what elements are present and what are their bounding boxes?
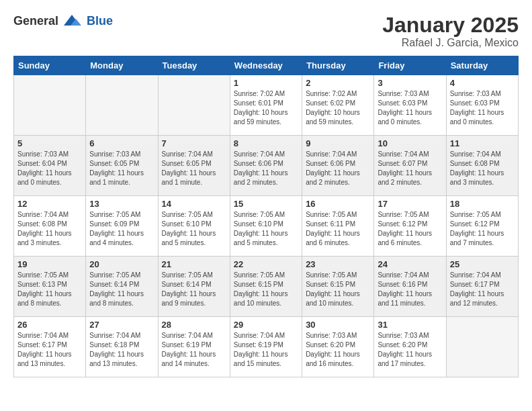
logo: General Blue bbox=[13, 13, 113, 28]
day-number: 23 bbox=[306, 259, 370, 269]
day-number: 7 bbox=[162, 138, 226, 148]
calendar-cell: 23Sunrise: 7:05 AM Sunset: 6:15 PM Dayli… bbox=[302, 257, 374, 317]
day-number: 10 bbox=[378, 138, 442, 148]
weekday-header-sunday: Sunday bbox=[14, 56, 86, 75]
week-row-2: 12Sunrise: 7:04 AM Sunset: 6:08 PM Dayli… bbox=[14, 196, 519, 257]
day-info: Sunrise: 7:04 AM Sunset: 6:17 PM Dayligh… bbox=[17, 331, 82, 369]
calendar-title: January 2025 bbox=[382, 13, 519, 37]
day-number: 29 bbox=[234, 320, 298, 330]
day-number: 1 bbox=[234, 78, 298, 88]
day-info: Sunrise: 7:03 AM Sunset: 6:20 PM Dayligh… bbox=[378, 331, 442, 369]
day-number: 11 bbox=[450, 138, 515, 148]
calendar-cell: 8Sunrise: 7:04 AM Sunset: 6:06 PM Daylig… bbox=[230, 136, 302, 196]
calendar-cell: 1Sunrise: 7:02 AM Sunset: 6:01 PM Daylig… bbox=[230, 75, 302, 136]
day-number: 27 bbox=[89, 320, 154, 330]
calendar-cell bbox=[86, 75, 158, 136]
day-info: Sunrise: 7:05 AM Sunset: 6:13 PM Dayligh… bbox=[17, 271, 82, 308]
logo-icon bbox=[62, 13, 81, 28]
day-number: 26 bbox=[17, 320, 82, 330]
day-number: 28 bbox=[162, 320, 226, 330]
day-info: Sunrise: 7:03 AM Sunset: 6:05 PM Dayligh… bbox=[89, 150, 154, 187]
day-info: Sunrise: 7:02 AM Sunset: 6:01 PM Dayligh… bbox=[234, 89, 298, 127]
day-number: 14 bbox=[162, 199, 226, 209]
calendar-cell: 4Sunrise: 7:03 AM Sunset: 6:03 PM Daylig… bbox=[446, 75, 518, 136]
day-info: Sunrise: 7:05 AM Sunset: 6:15 PM Dayligh… bbox=[306, 271, 370, 308]
day-number: 24 bbox=[378, 259, 442, 269]
day-number: 17 bbox=[378, 199, 442, 209]
day-number: 20 bbox=[89, 259, 154, 269]
day-number: 12 bbox=[17, 199, 82, 209]
calendar-cell: 6Sunrise: 7:03 AM Sunset: 6:05 PM Daylig… bbox=[86, 136, 158, 196]
weekday-header-monday: Monday bbox=[86, 56, 158, 75]
day-info: Sunrise: 7:05 AM Sunset: 6:12 PM Dayligh… bbox=[450, 210, 515, 248]
day-number: 4 bbox=[450, 78, 515, 88]
calendar-cell: 15Sunrise: 7:05 AM Sunset: 6:10 PM Dayli… bbox=[230, 196, 302, 257]
calendar-cell: 2Sunrise: 7:02 AM Sunset: 6:02 PM Daylig… bbox=[302, 75, 374, 136]
calendar-cell: 24Sunrise: 7:04 AM Sunset: 6:16 PM Dayli… bbox=[374, 257, 446, 317]
calendar-cell: 31Sunrise: 7:03 AM Sunset: 6:20 PM Dayli… bbox=[374, 317, 446, 377]
weekday-header-tuesday: Tuesday bbox=[158, 56, 230, 75]
day-number: 31 bbox=[378, 320, 442, 330]
day-info: Sunrise: 7:04 AM Sunset: 6:19 PM Dayligh… bbox=[234, 331, 298, 369]
calendar-cell: 7Sunrise: 7:04 AM Sunset: 6:05 PM Daylig… bbox=[158, 136, 230, 196]
calendar-cell: 11Sunrise: 7:04 AM Sunset: 6:08 PM Dayli… bbox=[446, 136, 518, 196]
week-row-3: 19Sunrise: 7:05 AM Sunset: 6:13 PM Dayli… bbox=[14, 257, 519, 317]
day-number: 22 bbox=[234, 259, 298, 269]
day-info: Sunrise: 7:05 AM Sunset: 6:14 PM Dayligh… bbox=[162, 271, 226, 308]
calendar-cell: 21Sunrise: 7:05 AM Sunset: 6:14 PM Dayli… bbox=[158, 257, 230, 317]
day-info: Sunrise: 7:05 AM Sunset: 6:12 PM Dayligh… bbox=[378, 210, 442, 248]
calendar-cell: 28Sunrise: 7:04 AM Sunset: 6:19 PM Dayli… bbox=[158, 317, 230, 377]
day-info: Sunrise: 7:04 AM Sunset: 6:05 PM Dayligh… bbox=[162, 150, 226, 187]
calendar-cell: 20Sunrise: 7:05 AM Sunset: 6:14 PM Dayli… bbox=[86, 257, 158, 317]
calendar-cell: 22Sunrise: 7:05 AM Sunset: 6:15 PM Dayli… bbox=[230, 257, 302, 317]
calendar-cell: 19Sunrise: 7:05 AM Sunset: 6:13 PM Dayli… bbox=[14, 257, 86, 317]
calendar-cell: 10Sunrise: 7:04 AM Sunset: 6:07 PM Dayli… bbox=[374, 136, 446, 196]
day-info: Sunrise: 7:03 AM Sunset: 6:20 PM Dayligh… bbox=[306, 331, 370, 369]
day-info: Sunrise: 7:05 AM Sunset: 6:09 PM Dayligh… bbox=[89, 210, 154, 248]
day-number: 25 bbox=[450, 259, 515, 269]
day-info: Sunrise: 7:04 AM Sunset: 6:19 PM Dayligh… bbox=[162, 331, 226, 369]
day-info: Sunrise: 7:05 AM Sunset: 6:10 PM Dayligh… bbox=[234, 210, 298, 248]
calendar-cell: 16Sunrise: 7:05 AM Sunset: 6:11 PM Dayli… bbox=[302, 196, 374, 257]
day-info: Sunrise: 7:04 AM Sunset: 6:08 PM Dayligh… bbox=[17, 210, 82, 248]
day-number: 19 bbox=[17, 259, 82, 269]
day-info: Sunrise: 7:04 AM Sunset: 6:08 PM Dayligh… bbox=[450, 150, 515, 187]
day-info: Sunrise: 7:04 AM Sunset: 6:07 PM Dayligh… bbox=[378, 150, 442, 187]
day-number: 18 bbox=[450, 199, 515, 209]
day-info: Sunrise: 7:05 AM Sunset: 6:10 PM Dayligh… bbox=[162, 210, 226, 248]
day-info: Sunrise: 7:04 AM Sunset: 6:06 PM Dayligh… bbox=[234, 150, 298, 187]
calendar-cell bbox=[14, 75, 86, 136]
day-info: Sunrise: 7:04 AM Sunset: 6:06 PM Dayligh… bbox=[306, 150, 370, 187]
calendar-subtitle: Rafael J. Garcia, Mexico bbox=[382, 37, 519, 49]
calendar-cell: 13Sunrise: 7:05 AM Sunset: 6:09 PM Dayli… bbox=[86, 196, 158, 257]
day-info: Sunrise: 7:03 AM Sunset: 6:04 PM Dayligh… bbox=[17, 150, 82, 187]
calendar-cell: 17Sunrise: 7:05 AM Sunset: 6:12 PM Dayli… bbox=[374, 196, 446, 257]
week-row-1: 5Sunrise: 7:03 AM Sunset: 6:04 PM Daylig… bbox=[14, 136, 519, 196]
day-number: 3 bbox=[378, 78, 442, 88]
day-info: Sunrise: 7:04 AM Sunset: 6:18 PM Dayligh… bbox=[89, 331, 154, 369]
calendar-cell: 18Sunrise: 7:05 AM Sunset: 6:12 PM Dayli… bbox=[446, 196, 518, 257]
weekday-header-row: SundayMondayTuesdayWednesdayThursdayFrid… bbox=[14, 56, 519, 75]
week-row-4: 26Sunrise: 7:04 AM Sunset: 6:17 PM Dayli… bbox=[14, 317, 519, 377]
day-info: Sunrise: 7:05 AM Sunset: 6:15 PM Dayligh… bbox=[234, 271, 298, 308]
calendar-cell bbox=[158, 75, 230, 136]
weekday-header-wednesday: Wednesday bbox=[230, 56, 302, 75]
calendar-cell: 12Sunrise: 7:04 AM Sunset: 6:08 PM Dayli… bbox=[14, 196, 86, 257]
calendar-cell: 30Sunrise: 7:03 AM Sunset: 6:20 PM Dayli… bbox=[302, 317, 374, 377]
calendar-cell: 5Sunrise: 7:03 AM Sunset: 6:04 PM Daylig… bbox=[14, 136, 86, 196]
calendar-cell: 25Sunrise: 7:04 AM Sunset: 6:17 PM Dayli… bbox=[446, 257, 518, 317]
calendar-cell: 14Sunrise: 7:05 AM Sunset: 6:10 PM Dayli… bbox=[158, 196, 230, 257]
day-info: Sunrise: 7:03 AM Sunset: 6:03 PM Dayligh… bbox=[450, 89, 515, 127]
weekday-header-thursday: Thursday bbox=[302, 56, 374, 75]
calendar-cell bbox=[446, 317, 518, 377]
day-info: Sunrise: 7:05 AM Sunset: 6:14 PM Dayligh… bbox=[89, 271, 154, 308]
title-block: January 2025 Rafael J. Garcia, Mexico bbox=[382, 13, 519, 49]
day-number: 13 bbox=[89, 199, 154, 209]
day-number: 8 bbox=[234, 138, 298, 148]
day-number: 15 bbox=[234, 199, 298, 209]
calendar-body: 1Sunrise: 7:02 AM Sunset: 6:01 PM Daylig… bbox=[14, 75, 519, 377]
calendar-cell: 3Sunrise: 7:03 AM Sunset: 6:03 PM Daylig… bbox=[374, 75, 446, 136]
calendar-cell: 27Sunrise: 7:04 AM Sunset: 6:18 PM Dayli… bbox=[86, 317, 158, 377]
calendar-cell: 29Sunrise: 7:04 AM Sunset: 6:19 PM Dayli… bbox=[230, 317, 302, 377]
day-number: 21 bbox=[162, 259, 226, 269]
